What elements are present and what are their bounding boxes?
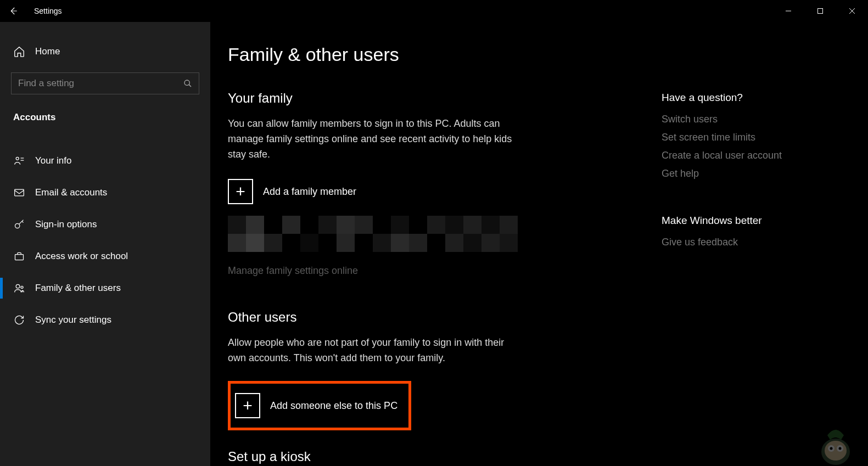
user-badge-icon bbox=[13, 155, 25, 167]
svg-rect-1 bbox=[818, 9, 823, 14]
sync-icon bbox=[13, 314, 25, 326]
svg-rect-11 bbox=[15, 255, 24, 260]
help-link-create-local-user[interactable]: Create a local user account bbox=[662, 150, 843, 161]
titlebar-left: Settings bbox=[0, 0, 62, 22]
maximize-icon bbox=[817, 8, 824, 14]
window-titlebar: Settings bbox=[0, 0, 868, 22]
other-users-heading: Other users bbox=[228, 310, 634, 325]
window-title: Settings bbox=[34, 7, 62, 15]
svg-rect-9 bbox=[15, 189, 24, 196]
content-left: Your family You can allow family members… bbox=[228, 91, 634, 466]
sidebar-item-sync-settings[interactable]: Sync your settings bbox=[0, 304, 210, 336]
kiosk-heading: Set up a kiosk bbox=[228, 449, 634, 464]
search-input-wrap[interactable] bbox=[11, 72, 199, 94]
sidebar-item-access-work-school[interactable]: Access work or school bbox=[0, 240, 210, 272]
svg-line-5 bbox=[189, 85, 191, 87]
svg-point-10 bbox=[15, 223, 20, 228]
feedback-heading: Make Windows better bbox=[662, 215, 843, 227]
svg-point-13 bbox=[21, 286, 23, 288]
sidebar-item-label: Your info bbox=[35, 155, 71, 166]
help-link-screen-time[interactable]: Set screen time limits bbox=[662, 132, 843, 143]
manage-family-settings-link[interactable]: Manage family settings online bbox=[228, 265, 634, 277]
sidebar-item-label: Access work or school bbox=[35, 251, 128, 262]
briefcase-icon bbox=[13, 250, 25, 262]
svg-point-17 bbox=[825, 441, 847, 461]
family-description: You can allow family members to sign in … bbox=[228, 116, 524, 162]
sidebar-home-label: Home bbox=[35, 46, 60, 57]
sidebar: Home Accounts Your info Email & accounts bbox=[0, 22, 210, 466]
watermark-mascot-icon bbox=[811, 424, 860, 466]
search-icon bbox=[183, 79, 192, 88]
minimize-icon bbox=[785, 8, 792, 14]
add-other-user-button[interactable]: + Add someone else to this PC bbox=[235, 391, 408, 420]
svg-point-12 bbox=[16, 284, 20, 288]
other-users-description: Allow people who are not part of your fa… bbox=[228, 335, 524, 366]
redacted-family-member bbox=[228, 216, 524, 252]
sidebar-item-label: Sign-in options bbox=[35, 219, 97, 230]
mail-icon bbox=[13, 187, 25, 199]
add-family-label: Add a family member bbox=[263, 186, 356, 198]
home-icon bbox=[13, 46, 25, 58]
feedback-link[interactable]: Give us feedback bbox=[662, 237, 843, 248]
sidebar-item-label: Sync your settings bbox=[35, 315, 111, 325]
help-link-get-help[interactable]: Get help bbox=[662, 168, 843, 179]
close-icon bbox=[849, 8, 855, 14]
question-heading: Have a question? bbox=[662, 92, 843, 104]
family-heading: Your family bbox=[228, 91, 634, 106]
page-title: Family & other users bbox=[228, 44, 868, 65]
sidebar-item-email-accounts[interactable]: Email & accounts bbox=[0, 177, 210, 209]
sidebar-item-signin-options[interactable]: Sign-in options bbox=[0, 209, 210, 240]
maximize-button[interactable] bbox=[804, 0, 836, 22]
sidebar-home[interactable]: Home bbox=[0, 38, 210, 65]
key-icon bbox=[13, 218, 25, 231]
search-input[interactable] bbox=[18, 78, 183, 89]
back-arrow-icon bbox=[8, 6, 18, 16]
svg-point-4 bbox=[184, 80, 189, 85]
back-button[interactable] bbox=[0, 0, 26, 22]
plus-icon: + bbox=[228, 179, 253, 204]
svg-point-21 bbox=[839, 447, 842, 450]
svg-point-6 bbox=[16, 157, 19, 160]
add-family-member-button[interactable]: + Add a family member bbox=[228, 177, 634, 206]
sidebar-item-label: Email & accounts bbox=[35, 187, 107, 198]
sidebar-item-family-other-users[interactable]: Family & other users bbox=[0, 272, 210, 304]
titlebar-right bbox=[772, 0, 868, 22]
close-button[interactable] bbox=[836, 0, 868, 22]
content-right: Have a question? Switch users Set screen… bbox=[662, 91, 843, 466]
help-link-switch-users[interactable]: Switch users bbox=[662, 114, 843, 125]
sidebar-item-your-info[interactable]: Your info bbox=[0, 145, 210, 177]
svg-point-20 bbox=[830, 447, 833, 450]
plus-icon: + bbox=[235, 393, 260, 418]
sidebar-list: Your info Email & accounts Sign-in optio… bbox=[0, 145, 210, 336]
add-other-label: Add someone else to this PC bbox=[270, 400, 397, 412]
main-content: Family & other users Your family You can… bbox=[210, 22, 868, 466]
sidebar-item-label: Family & other users bbox=[35, 283, 121, 294]
highlight-annotation: + Add someone else to this PC bbox=[228, 381, 411, 430]
sidebar-section-label: Accounts bbox=[0, 105, 210, 134]
minimize-button[interactable] bbox=[772, 0, 804, 22]
family-icon bbox=[13, 282, 25, 294]
